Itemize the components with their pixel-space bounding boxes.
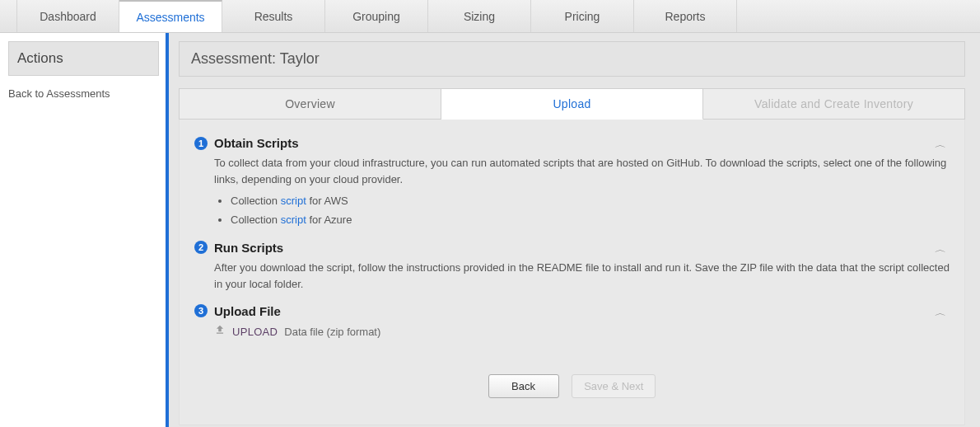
page-title: Assessment: Taylor	[179, 41, 965, 77]
nav-tab-dashboard[interactable]: Dashboard	[16, 0, 119, 32]
step-title: Run Scripts	[214, 241, 283, 255]
subtab-validate: Validate and Create Inventory	[703, 88, 965, 120]
step-obtain-scripts: 1 Obtain Scripts ︿ To collect data from …	[194, 136, 950, 229]
chevron-up-icon[interactable]: ︿	[935, 244, 946, 255]
nav-tab-sizing[interactable]: Sizing	[428, 0, 531, 32]
sidebar-header: Actions	[8, 41, 159, 76]
step1-description: To collect data from your cloud infrastr…	[214, 155, 950, 188]
upload-button[interactable]: UPLOAD	[232, 324, 278, 340]
step-upload-file: 3 Upload File ︿ UPLOAD Data file (zip fo…	[194, 304, 950, 341]
nav-tab-reports[interactable]: Reports	[634, 0, 737, 32]
li-text: for Azure	[306, 214, 352, 226]
back-to-assessments-link[interactable]: Back to Assessments	[8, 87, 157, 100]
top-nav: Dashboard Assessments Results Grouping S…	[0, 0, 980, 33]
nav-tab-pricing[interactable]: Pricing	[531, 0, 634, 32]
li-text: Collection	[231, 195, 281, 207]
main-panel: Assessment: Taylor Overview Upload Valid…	[169, 33, 980, 427]
li-text: for AWS	[306, 195, 348, 207]
chevron-up-icon[interactable]: ︿	[935, 140, 946, 151]
step-title: Obtain Scripts	[214, 136, 299, 150]
step-run-scripts: 2 Run Scripts ︿ After you download the s…	[194, 241, 950, 293]
sidebar: Actions Back to Assessments	[0, 33, 169, 427]
upload-hint: Data file (zip format)	[284, 324, 380, 340]
save-next-button: Save & Next	[572, 374, 656, 398]
azure-script-link[interactable]: script	[281, 214, 306, 226]
aws-script-link[interactable]: script	[281, 195, 306, 207]
li-text: Collection	[231, 214, 281, 226]
subtab-overview[interactable]: Overview	[179, 88, 441, 120]
nav-tab-assessments[interactable]: Assessments	[119, 0, 222, 32]
list-item: Collection script for Azure	[231, 212, 950, 228]
nav-tab-results[interactable]: Results	[222, 0, 325, 32]
back-button[interactable]: Back	[488, 374, 559, 398]
chevron-up-icon[interactable]: ︿	[935, 308, 946, 319]
upload-icon	[214, 323, 226, 341]
step-number-icon: 1	[194, 137, 208, 150]
step-number-icon: 3	[194, 304, 208, 317]
upload-content: 1 Obtain Scripts ︿ To collect data from …	[179, 120, 965, 425]
step2-description: After you download the script, follow th…	[214, 260, 950, 293]
footer-buttons: Back Save & Next	[194, 374, 950, 398]
list-item: Collection script for AWS	[231, 193, 950, 209]
subtab-upload[interactable]: Upload	[441, 88, 703, 120]
nav-tab-grouping[interactable]: Grouping	[325, 0, 428, 32]
subtabs: Overview Upload Validate and Create Inve…	[179, 88, 965, 120]
step-title: Upload File	[214, 304, 281, 318]
step-number-icon: 2	[194, 241, 208, 254]
